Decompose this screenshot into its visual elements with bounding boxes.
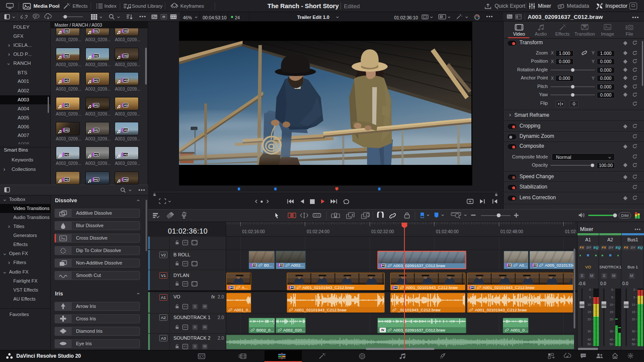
svg-text:HQ: HQ — [440, 15, 444, 18]
